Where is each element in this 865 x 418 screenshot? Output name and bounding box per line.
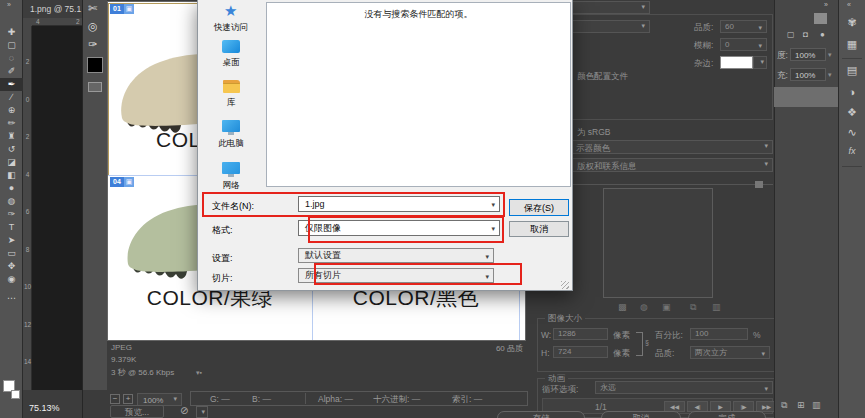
type-tool-icon[interactable]: T — [0, 221, 23, 234]
status-dropdown-icon[interactable]: ▾▪ — [196, 369, 202, 377]
format-select[interactable]: 仅限图像▾ — [298, 220, 500, 236]
delete-layer-icon[interactable]: ▥ — [812, 400, 821, 410]
move-tool-icon[interactable]: ✚ — [0, 26, 23, 39]
file-list-pane[interactable]: 没有与搜索条件匹配的项。 — [266, 2, 571, 187]
sfw-save-button[interactable]: 存储 — [497, 411, 585, 418]
lock-all-icon[interactable]: ◘ — [803, 30, 808, 39]
matte-dropdown[interactable]: ▾ — [753, 56, 767, 69]
marquee-tool-icon[interactable]: ▢ — [0, 39, 23, 52]
fx-panel-icon[interactable]: fx — [842, 146, 862, 156]
chevron-down-icon[interactable]: ▾ — [828, 51, 832, 59]
lasso-tool-icon[interactable]: ◌ — [0, 52, 23, 65]
chevron-down-icon: ▾ — [485, 250, 489, 263]
libraries-panel-icon[interactable]: ▤ — [842, 64, 862, 77]
screenshot-root: » ✚ ▢ ◌ ✐ ✒ ∕ ⊕ ✏ ♜ ↺ ◪ ◧ ● ◍ ✑ T ➤ ▭ ✥ … — [0, 0, 865, 418]
shape-tool-icon[interactable]: ▭ — [0, 247, 23, 260]
toggle-slices-visibility-icon[interactable] — [88, 82, 102, 92]
height-unit: 像素 — [613, 348, 630, 360]
color-panel-icon[interactable]: ✾ — [842, 16, 862, 29]
v-ruler-number: 10 — [23, 283, 32, 290]
document-zoom-level[interactable]: 75.13% — [29, 403, 60, 413]
eyedropper-color-swatch[interactable] — [87, 57, 103, 73]
dodge-tool-icon[interactable]: ◍ — [0, 195, 23, 208]
zoom-in-button[interactable]: + — [123, 394, 133, 404]
background-color-swatch[interactable] — [11, 390, 20, 399]
brush-tool-icon[interactable]: ✏ — [0, 117, 23, 130]
color-table-slider-icon[interactable] — [755, 181, 763, 188]
sfw-cancel-button[interactable]: 取消 — [601, 411, 681, 418]
save-button[interactable]: 保存(S) — [509, 199, 569, 216]
dither-icon[interactable]: ▩ — [618, 302, 627, 312]
cancel-button[interactable]: 取消 — [509, 221, 569, 237]
loop-options-label: 循环选项: — [542, 384, 578, 396]
sfw-zoom-tool-icon[interactable]: ◎ — [88, 20, 98, 33]
settings-select[interactable]: 默认设置▾ — [298, 248, 494, 263]
opacity-field[interactable]: 100% — [790, 48, 826, 61]
slice-select-tool-icon[interactable]: ✄ — [88, 2, 97, 15]
preview-mode-dropdown[interactable]: ▾ — [540, 140, 773, 154]
path-select-tool-icon[interactable]: ➤ — [0, 234, 23, 247]
blur-label: 模糊: — [694, 40, 713, 52]
preview-in-browser-button[interactable]: 预览... — [110, 405, 164, 418]
format-label: 格式: — [212, 224, 233, 237]
matte-color-swatch[interactable] — [720, 56, 753, 69]
slices-select[interactable]: 所有切片▾ — [298, 268, 494, 283]
styles-panel-icon[interactable]: ❖ — [842, 106, 862, 119]
selected-layer-row[interactable] — [774, 87, 838, 107]
more-tools-icon[interactable]: ⋯ — [0, 292, 23, 305]
filename-input[interactable]: 1.jpg▾ — [298, 196, 500, 212]
resize-grip[interactable] — [561, 281, 569, 289]
sfw-eyedropper-tool-icon[interactable]: ✑ — [88, 38, 97, 51]
adjustments-panel-icon[interactable]: ◑ — [842, 86, 862, 98]
history-brush-tool-icon[interactable]: ↺ — [0, 143, 23, 156]
sidebar-item-desktop[interactable]: 桌面 — [197, 57, 265, 69]
zoom-out-button[interactable]: − — [110, 394, 120, 404]
eyedropper-tool-icon[interactable]: ∕ — [0, 91, 23, 104]
percent-field[interactable]: 100 — [690, 328, 748, 340]
constrain-proportions-icon[interactable] — [636, 332, 643, 356]
sidebar-item-network[interactable]: 网络 — [197, 180, 265, 192]
websafe-icon[interactable]: ◍ — [640, 302, 648, 312]
blur-field[interactable]: 0▾ — [720, 38, 767, 51]
quality-field[interactable]: 60▾ — [720, 20, 767, 33]
blur-tool-icon[interactable]: ● — [0, 182, 23, 195]
slice-tool-icon[interactable]: ✒ — [0, 78, 23, 91]
browser-icon[interactable]: ⊘ — [180, 405, 188, 416]
panel-collapse-icon[interactable]: » — [824, 1, 828, 8]
network-icon — [222, 162, 240, 174]
browser-select-dropdown[interactable]: ▾ — [196, 406, 208, 418]
metadata-dropdown[interactable]: ▾ — [540, 158, 773, 172]
sidebar-item-libraries[interactable]: 库 — [197, 97, 265, 109]
resample-quality-dropdown[interactable]: 两次立方▾ — [690, 346, 770, 359]
pen-tool-icon[interactable]: ✑ — [0, 208, 23, 221]
quick-selection-tool-icon[interactable]: ✐ — [0, 65, 23, 78]
lock-position-icon[interactable]: ● — [820, 30, 825, 39]
swatches-panel-icon[interactable]: ▦ — [842, 38, 862, 51]
sidebar-item-quick-access[interactable]: 快速访问 — [197, 22, 265, 34]
width-field[interactable]: 1286 — [553, 328, 608, 340]
fill-field[interactable]: 100% — [790, 68, 826, 81]
healing-brush-tool-icon[interactable]: ⊕ — [0, 104, 23, 117]
strip-collapse-icon[interactable]: « — [847, 1, 851, 8]
sfw-done-button[interactable]: 完成 — [688, 411, 766, 418]
chevron-down-icon[interactable]: ▾ — [828, 71, 832, 79]
lock-color-icon[interactable]: ▣ — [662, 302, 671, 312]
loop-options-dropdown[interactable]: 永远▾ — [595, 381, 773, 394]
sidebar-item-this-pc[interactable]: 此电脑 — [197, 138, 265, 150]
height-field[interactable]: 724 — [553, 346, 608, 358]
lock-transparent-icon[interactable]: ▢ — [787, 30, 795, 39]
delete-color-icon[interactable]: ▥ — [712, 302, 721, 312]
gradient-tool-icon[interactable]: ◧ — [0, 169, 23, 182]
hand-tool-icon[interactable]: ✥ — [0, 260, 23, 273]
toolbar-expand-icon[interactable]: » — [7, 1, 11, 8]
zoom-tool-icon[interactable]: ◉ — [0, 273, 23, 286]
document-tab[interactable]: 1.png @ 75.1 — [30, 4, 81, 14]
new-color-icon[interactable]: ⧉ — [690, 302, 696, 313]
chevron-down-icon: ▾ — [641, 22, 645, 30]
eraser-tool-icon[interactable]: ◪ — [0, 156, 23, 169]
v-ruler-number: 2 — [23, 58, 32, 65]
clone-stamp-tool-icon[interactable]: ♜ — [0, 130, 23, 143]
link-layers-icon[interactable]: ⧉ — [781, 400, 787, 411]
paths-panel-icon[interactable]: ∿ — [842, 126, 862, 139]
new-layer-icon[interactable]: ⊞ — [797, 400, 805, 410]
